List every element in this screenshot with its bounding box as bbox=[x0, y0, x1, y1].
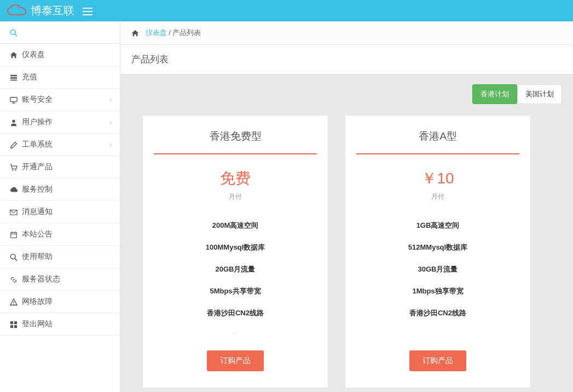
product-feature: 香港沙田CN2线路 bbox=[154, 308, 317, 318]
search-icon bbox=[10, 252, 22, 261]
svg-rect-20 bbox=[10, 321, 13, 324]
breadcrumb: 仪表盘 / 产品列表 bbox=[120, 21, 573, 45]
svg-point-16 bbox=[10, 255, 15, 260]
product-feature: 1GB高速空间 bbox=[356, 221, 519, 230]
product-feature: 30GB月流量 bbox=[356, 264, 519, 274]
sidebar-item-11[interactable]: 网络故障 bbox=[0, 291, 120, 313]
sidebar-item-label: 使用帮助 bbox=[22, 252, 53, 262]
svg-point-19 bbox=[13, 304, 14, 304]
product-cycle: 月付 bbox=[356, 192, 519, 201]
product-feature: 200M高速空间 bbox=[154, 221, 317, 230]
sidebar-item-4[interactable]: 工单系统 › bbox=[0, 134, 120, 156]
product-cycle: 月付 bbox=[154, 192, 317, 201]
desktop-icon bbox=[10, 95, 22, 104]
sidebar-item-label: 服务控制 bbox=[22, 185, 53, 194]
svg-rect-12 bbox=[11, 233, 17, 238]
sidebar: 仪表盘 充值 账号安全 › 用户操作 › 工单系统 › 开通产品 bbox=[0, 21, 120, 392]
sidebar-item-label: 网络故障 bbox=[22, 297, 53, 307]
sidebar-item-1[interactable]: 充值 bbox=[0, 66, 120, 89]
sidebar-item-7[interactable]: 消息通知 bbox=[0, 201, 120, 223]
chevron-right-icon: › bbox=[109, 96, 112, 103]
order-button[interactable]: 订购产品 bbox=[409, 350, 466, 371]
product-card-0: 香港免费型 免费 月付 200M高速空间100MMysql数据库20GB月流量5… bbox=[142, 115, 328, 388]
tasks-icon bbox=[10, 73, 22, 82]
chevron-right-icon: › bbox=[109, 119, 112, 125]
user-icon bbox=[10, 118, 22, 126]
warning-icon bbox=[10, 297, 22, 306]
cart-icon bbox=[10, 163, 22, 171]
search-icon bbox=[10, 29, 18, 37]
product-feature: 512MMysql数据库 bbox=[356, 243, 519, 252]
divider bbox=[356, 153, 519, 154]
sidebar-item-label: 账号安全 bbox=[22, 95, 53, 105]
sidebar-item-label: 用户操作 bbox=[22, 117, 53, 127]
product-title: 香港免费型 bbox=[154, 129, 317, 143]
svg-rect-22 bbox=[10, 325, 13, 328]
svg-point-10 bbox=[15, 170, 16, 171]
svg-point-0 bbox=[10, 30, 15, 35]
home-icon bbox=[10, 50, 22, 59]
product-title: 香港A型 bbox=[356, 129, 519, 143]
plan-tab-0[interactable]: 香港计划 bbox=[472, 84, 517, 104]
dot: · bbox=[154, 330, 317, 337]
product-feature: 香港沙田CN2线路 bbox=[356, 308, 519, 318]
plan-tabs: 香港计划美国计划 bbox=[131, 84, 562, 104]
sidebar-item-3[interactable]: 用户操作 › bbox=[0, 111, 120, 134]
sidebar-item-6[interactable]: 服务控制 bbox=[0, 178, 120, 201]
menu-toggle[interactable] bbox=[83, 4, 92, 17]
sidebar-item-9[interactable]: 使用帮助 bbox=[0, 246, 120, 268]
sidebar-item-12[interactable]: 登出网站 bbox=[0, 313, 120, 336]
cloud-icon bbox=[10, 185, 22, 194]
breadcrumb-current: 产品列表 bbox=[172, 28, 201, 37]
product-feature: 100MMysql数据库 bbox=[154, 243, 317, 252]
sidebar-item-10[interactable]: 服务器状态 bbox=[0, 268, 120, 291]
sidebar-item-label: 工单系统 bbox=[22, 140, 53, 149]
product-feature: 20GB月流量 bbox=[154, 264, 317, 274]
product-card-1: 香港A型 ￥10 月付 1GB高速空间512MMysql数据库30GB月流量1M… bbox=[345, 115, 531, 388]
envelope-icon bbox=[10, 207, 22, 216]
product-price: ￥10 bbox=[356, 168, 519, 189]
sidebar-item-label: 消息通知 bbox=[22, 207, 53, 217]
order-button[interactable]: 订购产品 bbox=[207, 350, 264, 371]
link-icon bbox=[10, 275, 22, 284]
divider bbox=[154, 153, 317, 154]
svg-line-1 bbox=[15, 34, 17, 36]
sidebar-item-label: 开通产品 bbox=[22, 162, 53, 172]
svg-rect-2 bbox=[10, 75, 17, 77]
sidebar-item-label: 登出网站 bbox=[22, 319, 53, 329]
windows-icon bbox=[10, 320, 22, 328]
chevron-right-icon: › bbox=[109, 141, 112, 148]
plan-tab-1[interactable]: 美国计划 bbox=[517, 84, 562, 104]
svg-rect-21 bbox=[14, 321, 17, 324]
svg-rect-3 bbox=[10, 78, 17, 79]
dot bbox=[356, 330, 519, 337]
product-feature: 1Mbps独享带宽 bbox=[356, 286, 519, 296]
product-price: 免费 bbox=[154, 168, 317, 189]
sidebar-item-0[interactable]: 仪表盘 bbox=[0, 44, 120, 66]
sidebar-item-8[interactable]: 本站公告 bbox=[0, 223, 120, 246]
svg-point-8 bbox=[12, 120, 15, 123]
product-feature: 5Mbps共享带宽 bbox=[154, 286, 317, 296]
page-title: 产品列表 bbox=[120, 45, 573, 74]
sidebar-item-label: 充值 bbox=[22, 72, 37, 82]
home-icon[interactable] bbox=[131, 28, 141, 37]
sidebar-item-label: 服务器状态 bbox=[22, 274, 60, 284]
sidebar-item-5[interactable]: 开通产品 bbox=[0, 156, 120, 178]
breadcrumb-dashboard-link[interactable]: 仪表盘 bbox=[146, 28, 167, 37]
product-cards: 香港免费型 免费 月付 200M高速空间100MMysql数据库20GB月流量5… bbox=[131, 115, 562, 388]
brand-name: 博泰互联 bbox=[31, 3, 74, 18]
edit-icon bbox=[10, 140, 22, 149]
svg-line-17 bbox=[15, 259, 17, 261]
svg-rect-5 bbox=[10, 97, 17, 102]
sidebar-item-2[interactable]: 账号安全 › bbox=[0, 89, 120, 111]
sidebar-item-label: 本站公告 bbox=[22, 229, 53, 239]
logo-icon bbox=[5, 4, 27, 18]
sidebar-item-label: 仪表盘 bbox=[22, 50, 45, 60]
main-content: 仪表盘 / 产品列表 产品列表 香港计划美国计划 香港免费型 免费 月付 200… bbox=[120, 21, 573, 392]
sidebar-search[interactable] bbox=[0, 21, 120, 44]
svg-rect-23 bbox=[14, 325, 17, 328]
svg-point-9 bbox=[12, 170, 13, 171]
svg-rect-4 bbox=[10, 80, 17, 81]
calendar-icon bbox=[10, 230, 22, 239]
header: 博泰互联 bbox=[0, 0, 573, 21]
